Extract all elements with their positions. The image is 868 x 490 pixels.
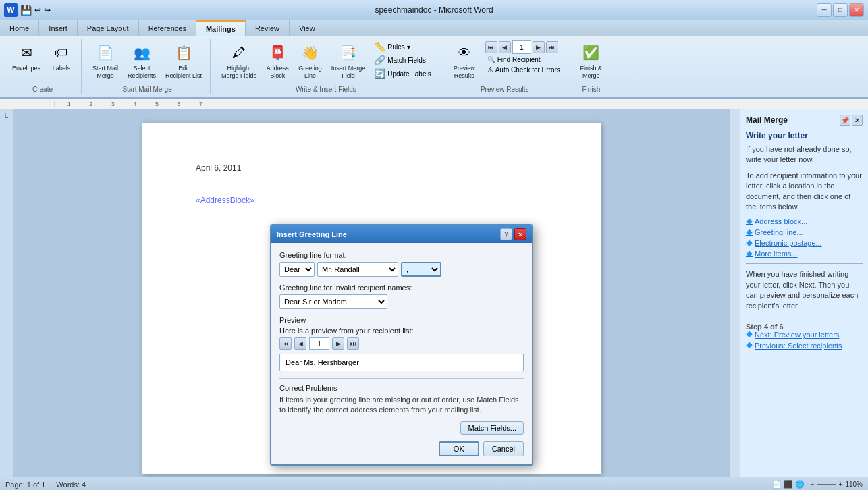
- quick-access-redo[interactable]: ↪: [44, 5, 51, 15]
- highlight-merge-fields-icon: 🖍: [228, 42, 250, 63]
- close-button[interactable]: ✕: [849, 3, 864, 17]
- maximize-button[interactable]: □: [833, 3, 848, 17]
- last-record-button[interactable]: ⏭: [546, 41, 558, 53]
- salutation-select[interactable]: Dear To Hello: [279, 262, 315, 277]
- finish-merge-icon: ✅: [580, 42, 602, 63]
- mm-link-more-items[interactable]: More items...: [746, 250, 863, 258]
- preview-first-button[interactable]: ⏮: [279, 337, 292, 350]
- preview-label: Preview: [279, 316, 524, 324]
- minimize-button[interactable]: ─: [817, 3, 832, 17]
- dialog-close-button[interactable]: ✕: [514, 228, 526, 240]
- dialog-action-row: OK Cancel: [279, 441, 524, 456]
- preview-nav-group: ⏮ ◀ ▶ ⏭ 🔍 Find Recipient ⚠ Auto Check fo…: [485, 40, 562, 74]
- finish-merge-button[interactable]: ✅ Finish &Merge: [577, 40, 605, 81]
- auto-check-icon: ⚠: [487, 66, 493, 74]
- finish-items: ✅ Finish &Merge: [577, 40, 605, 83]
- tab-mailings[interactable]: Mailings: [196, 20, 246, 36]
- preview-desc: Here is a preview from your recipient li…: [279, 327, 524, 335]
- document-area[interactable]: April 6, 2011 «AddressBlock» Insert Gree…: [13, 109, 729, 477]
- word-icon[interactable]: W: [4, 3, 18, 17]
- preview-results-button[interactable]: 👁 PreviewResults: [447, 40, 481, 81]
- labels-button[interactable]: 🏷 Labels: [47, 40, 76, 74]
- preview-last-button[interactable]: ⏭: [347, 337, 359, 350]
- write-insert-group-label: Write & Insert Fields: [296, 84, 356, 93]
- document-date: April 6, 2011: [196, 163, 547, 173]
- auto-check-label: Auto Check for Errors: [495, 66, 560, 74]
- mm-link-electronic-postage[interactable]: Electronic postage...: [746, 239, 863, 247]
- zoom-out-button[interactable]: −: [810, 481, 814, 488]
- tab-references[interactable]: References: [139, 20, 196, 36]
- zoom-slider[interactable]: ────: [817, 481, 836, 488]
- tab-home[interactable]: Home: [0, 20, 39, 36]
- first-record-button[interactable]: ⏮: [485, 41, 497, 53]
- select-recipients-button[interactable]: 👥 SelectRecipients: [125, 40, 159, 81]
- quick-access-save[interactable]: 💾: [20, 5, 32, 16]
- preview-next-button[interactable]: ▶: [332, 337, 344, 350]
- preview-record-input[interactable]: [309, 337, 329, 350]
- find-recipient-icon: 🔍: [487, 56, 495, 63]
- correct-problems-label: Correct Problems: [279, 384, 524, 392]
- highlight-merge-fields-button[interactable]: 🖍 HighlightMerge Fields: [219, 40, 259, 81]
- update-labels-button[interactable]: 🔄 Update Labels: [372, 67, 433, 80]
- preview-prev-button[interactable]: ◀: [294, 337, 306, 350]
- rules-button[interactable]: 📏 Rules ▾: [372, 40, 433, 53]
- dialog-title-bar: Insert Greeting Line ? ✕: [271, 225, 532, 243]
- ribbon-group-create: ✉ Envelopes 🏷 Labels Create: [4, 39, 82, 94]
- zoom-level: 110%: [845, 481, 863, 488]
- record-input[interactable]: [512, 40, 531, 54]
- match-fields-dialog-button[interactable]: Match Fields...: [460, 421, 524, 435]
- invalid-names-section: Greeting line for invalid recipient name…: [279, 283, 524, 309]
- ruler: | 1 2 3 4 5 6 7: [0, 99, 868, 109]
- right-scrollbar[interactable]: [729, 109, 740, 477]
- preview-section: Preview Here is a preview from your reci…: [279, 316, 524, 371]
- start-mail-merge-label: Start MailMerge: [92, 65, 118, 80]
- name-format-select[interactable]: Mr. Randall Mr. Smith Joshua Randall Jr.…: [317, 262, 398, 277]
- greeting-line-label: GreetingLine: [298, 65, 322, 80]
- title-bar-left: W 💾 ↩ ↪: [4, 3, 51, 17]
- print-layout-icon[interactable]: 📄: [772, 480, 782, 489]
- web-layout-icon[interactable]: 🌐: [795, 480, 805, 489]
- select-recipients-icon: 👥: [131, 42, 153, 63]
- match-fields-label: Match Fields: [387, 57, 426, 64]
- dialog-help-button[interactable]: ?: [500, 228, 512, 240]
- invalid-names-select[interactable]: Dear Sir or Madam, To Whom It May Concer…: [279, 294, 387, 309]
- punctuation-select[interactable]: , : (none): [401, 262, 441, 277]
- envelopes-label: Envelopes: [12, 65, 40, 72]
- edit-recipient-list-label: EditRecipient List: [165, 65, 202, 80]
- mm-section-title: Write your letter: [746, 131, 863, 140]
- quick-access-undo[interactable]: ↩: [34, 5, 41, 15]
- greeting-line-button[interactable]: 👋 GreetingLine: [296, 40, 325, 81]
- tab-insert[interactable]: Insert: [39, 20, 78, 36]
- finish-merge-label: Finish &Merge: [580, 65, 603, 80]
- auto-check-button[interactable]: ⚠ Auto Check for Errors: [485, 65, 562, 74]
- start-mail-merge-button[interactable]: 📄 Start MailMerge: [90, 40, 121, 81]
- word-count: Words: 4: [56, 481, 86, 489]
- zoom-in-button[interactable]: +: [839, 481, 843, 488]
- insert-merge-field-button[interactable]: 📑 Insert MergeField: [329, 40, 369, 81]
- panel-pin-button[interactable]: 📌: [840, 115, 850, 126]
- dialog-controls: ? ✕: [500, 228, 526, 240]
- tab-review[interactable]: Review: [246, 20, 290, 36]
- create-group-label: Create: [32, 84, 53, 93]
- find-recipient-button[interactable]: 🔍 Find Recipient: [485, 55, 562, 64]
- full-screen-icon[interactable]: ⬛: [784, 480, 793, 489]
- page-status: Page: 1 of 1: [5, 481, 45, 489]
- tab-view[interactable]: View: [290, 20, 325, 36]
- edit-recipient-list-button[interactable]: 📋 EditRecipient List: [163, 40, 205, 81]
- address-block-icon: 📮: [267, 42, 288, 63]
- match-fields-button[interactable]: 🔗 Match Fields: [372, 54, 433, 66]
- mm-instruction-text: To add recipient information to your let…: [746, 171, 863, 213]
- mm-prev-link[interactable]: Previous: Select recipients: [746, 342, 863, 350]
- address-block-button[interactable]: 📮 AddressBlock: [263, 40, 292, 81]
- next-record-button[interactable]: ▶: [533, 41, 545, 53]
- cancel-button[interactable]: Cancel: [483, 441, 524, 456]
- mm-next-link[interactable]: Next: Preview your letters: [746, 331, 863, 339]
- panel-close-button[interactable]: ✕: [852, 115, 863, 126]
- envelopes-button[interactable]: ✉ Envelopes: [9, 40, 43, 74]
- tab-page-layout[interactable]: Page Layout: [78, 20, 139, 36]
- ok-button[interactable]: OK: [439, 441, 479, 456]
- prev-record-button[interactable]: ◀: [499, 41, 511, 53]
- mm-link-address-block[interactable]: Address block...: [746, 217, 863, 225]
- update-labels-label: Update Labels: [387, 70, 431, 78]
- mm-link-greeting-line[interactable]: Greeting line...: [746, 228, 863, 236]
